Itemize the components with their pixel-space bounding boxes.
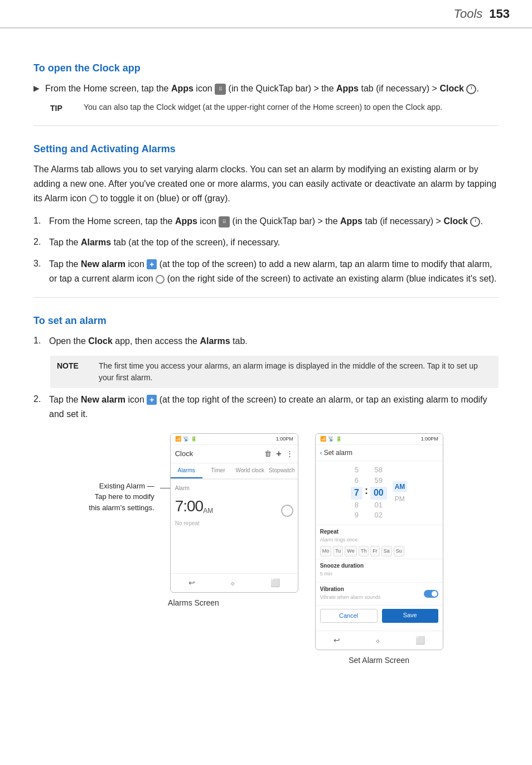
snooze-value: 5 min [320,570,438,578]
item1-number: 1. [33,214,49,227]
home-btn-left[interactable]: ⬦ [230,577,235,589]
add-icon-left[interactable]: + [276,447,281,461]
recent-btn-right[interactable]: ⬜ [415,635,425,646]
wifi-icon-right: 📡 [328,435,334,443]
tab-alarms[interactable]: Alarms [171,463,202,478]
battery-icon: 🔋 [191,435,197,443]
apps-icon: ⠿ [215,84,226,95]
min-01: 01 [375,501,383,510]
section-divider-2 [33,297,499,298]
alarm-toggle-icon [89,195,98,204]
status-icons-right: 📶 📡 🔋 [320,435,342,443]
status-icons-left: 📶 📡 🔋 [175,435,197,443]
section3-heading: To set an alarm [33,313,499,328]
section3-item1: 1. Open the Clock app, then access the A… [33,334,499,348]
existing-alarm-line2: Tap here to modify [95,491,154,502]
bullet-arrow-icon: ▶ [33,83,40,94]
section2-item3: 3. Tap the New alarm icon + (at the top … [33,257,499,287]
vibration-section: Vibration Vibrate when alarm sounds [316,582,443,606]
note-label: NOTE [57,360,93,372]
day-fr[interactable]: Fr [370,546,380,557]
section1-bullet: ▶ From the Home screen, tap the Apps ico… [33,81,499,96]
tab-timer[interactable]: Timer [202,463,234,478]
vibration-toggle[interactable] [424,590,438,598]
section1-heading: To open the Clock app [33,61,499,76]
alarm-toggle-icon-2 [156,275,165,284]
set-alarm-header: ‹ Set alarm [316,445,443,461]
time-separator: : [365,483,368,498]
phone-tabs-left: Alarms Timer World clock Stopwatch [171,463,298,480]
caption-right: Set Alarm Screen [349,655,409,666]
section2-heading: Setting and Activating Alarms [33,142,499,157]
phone-status-bar-left: 📶 📡 🔋 1:00PM [171,434,298,446]
alarms-screen-container: Existing Alarm — Tap here to modify this… [89,433,298,609]
min-02: 02 [375,511,383,520]
recent-btn-left[interactable]: ⬜ [270,577,280,589]
vibration-label-area: Vibration Vibrate when alarm sounds [320,585,381,603]
alarm-toggle-circle[interactable] [281,505,293,517]
phone-status-bar-right: 📶 📡 🔋 1:00PM [316,434,443,446]
alarm-time-row: 7:00 AM [175,495,293,518]
save-button[interactable]: Save [382,609,438,623]
content-area: To open the Clock app ▶ From the Home sc… [0,28,532,689]
time-picker[interactable]: 5 6 7 8 9 : 58 59 00 01 02 [316,461,443,525]
ampm-pm[interactable]: PM [393,493,408,505]
alarm-repeat: No repeat [175,519,293,527]
alarm-label: Alarm [175,484,293,492]
phone-header-icons-left: 🗑 + ⋮ [264,447,293,461]
day-su[interactable]: Su [394,546,404,557]
home-btn-right[interactable]: ⬦ [375,635,380,646]
cancel-button[interactable]: Cancel [320,609,378,623]
vibration-title: Vibration [320,585,381,593]
day-tu[interactable]: Tu [333,546,343,557]
signal-icon-right: 📶 [320,435,326,443]
time-display-left: 1:00PM [276,435,293,443]
min-00[interactable]: 00 [370,487,387,500]
section3-item1-text: Open the Clock app, then access the Alar… [49,334,248,348]
day-th[interactable]: Th [359,546,369,557]
tab-stopwatch[interactable]: Stopwatch [266,463,298,478]
item3-number: 3. [33,257,49,270]
set-alarm-title: ‹ Set alarm [320,449,352,457]
repeat-sub: Alarm rings once [320,536,438,544]
section3-item2-text: Tap the New alarm icon + (at the top rig… [49,393,499,422]
item2-number: 2. [33,235,49,249]
trash-icon[interactable]: 🗑 [264,448,272,459]
top-bar: Tools 153 [0,0,532,28]
ampm-am[interactable]: AM [393,481,408,492]
back-btn-right[interactable]: ↩ [333,635,340,646]
note-box: NOTE The first time you access your alar… [50,356,499,388]
tip-box: TIP You can also tap the Clock widget (a… [50,101,499,114]
min-59: 59 [375,476,383,486]
page-number: 153 [489,4,510,23]
battery-icon-right: 🔋 [336,435,342,443]
snooze-title: Snooze duration [320,561,438,570]
phone-title-left: Clock [175,448,194,459]
new-alarm-icon: + [147,259,157,269]
snooze-section: Snooze duration 5 min [316,559,443,582]
day-we[interactable]: We [345,546,356,557]
day-mo[interactable]: Mo [320,546,332,557]
vibration-row: Vibration Vibrate when alarm sounds [320,585,438,603]
hour-7[interactable]: 7 [351,487,362,500]
set-alarm-footer: Cancel Save [316,605,443,626]
existing-alarm-line3: this alarm's settings. [89,502,154,514]
repeat-title: Repeat [320,527,438,536]
item3-text: Tap the New alarm icon + (at the top of … [49,257,499,287]
alarms-phone-frame: 📶 📡 🔋 1:00PM Clock 🗑 + [170,433,298,593]
day-sa[interactable]: Sa [381,546,392,557]
section3-item2: 2. Tap the New alarm icon + (at the top … [33,393,499,422]
set-alarm-screen-container: 📶 📡 🔋 1:00PM ‹ Set alarm [315,433,443,666]
clock-icon-2 [470,217,480,227]
tab-world-clock[interactable]: World clock [234,463,266,478]
repeat-section: Repeat Alarm rings once Mo Tu We Th Fr S… [316,525,443,559]
new-alarm-icon-2: + [147,395,157,405]
alarm-time-big: 7:00 [175,495,204,518]
hour-8: 8 [355,501,359,510]
screenshots-section: Existing Alarm — Tap here to modify this… [33,433,499,666]
menu-icon-left[interactable]: ⋮ [286,448,293,459]
back-btn-left[interactable]: ↩ [188,577,195,589]
clock-icon [466,84,476,94]
section2-item2: 2. Tap the Alarms tab (at the top of the… [33,235,499,250]
hour-9: 9 [355,511,359,520]
